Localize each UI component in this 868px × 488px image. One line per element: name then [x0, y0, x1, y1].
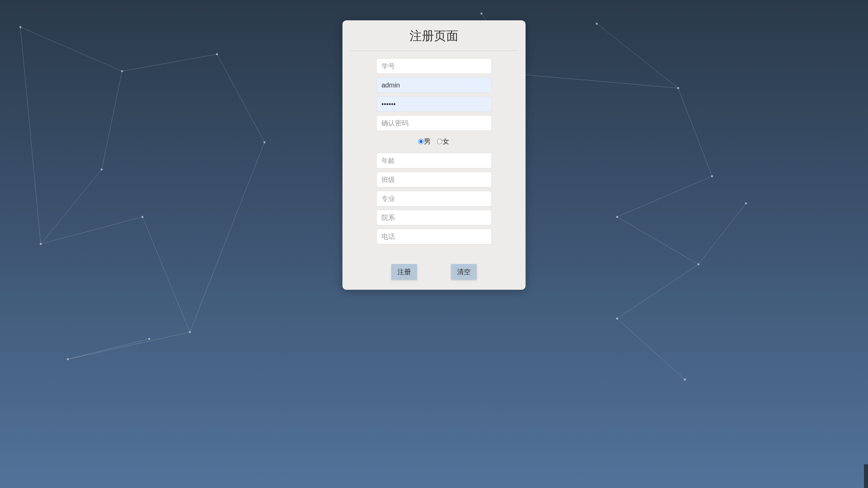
gender-male-radio[interactable]: [418, 139, 424, 144]
svg-point-11: [19, 26, 21, 28]
svg-line-6: [68, 339, 149, 359]
divider: [351, 50, 517, 51]
svg-point-32: [711, 175, 713, 177]
department-input[interactable]: [376, 210, 492, 225]
svg-line-22: [678, 88, 712, 176]
svg-line-21: [597, 24, 678, 88]
svg-line-3: [41, 217, 142, 244]
svg-line-24: [617, 217, 698, 264]
svg-line-1: [102, 71, 122, 169]
register-button[interactable]: 注册: [391, 264, 417, 280]
svg-point-13: [101, 168, 103, 170]
svg-point-18: [148, 338, 150, 340]
svg-line-2: [41, 169, 102, 244]
svg-line-0: [20, 27, 122, 71]
gender-male-option[interactable]: 男: [419, 137, 431, 146]
clear-button[interactable]: 清空: [451, 264, 477, 280]
gender-female-label: 女: [442, 138, 449, 145]
svg-line-8: [217, 54, 264, 142]
svg-point-20: [263, 141, 265, 143]
fields: 男 女: [351, 58, 517, 244]
svg-line-25: [617, 264, 698, 319]
svg-point-14: [40, 243, 42, 245]
svg-point-33: [616, 216, 618, 218]
gender-radio-group: 男 女: [419, 134, 449, 149]
svg-point-19: [216, 53, 218, 55]
username-input[interactable]: [376, 77, 492, 93]
svg-line-4: [142, 217, 190, 332]
confirm-password-input[interactable]: [376, 115, 492, 131]
phone-input[interactable]: [376, 229, 492, 244]
gender-female-radio[interactable]: [437, 139, 442, 144]
age-input[interactable]: [376, 153, 492, 168]
svg-line-9: [190, 142, 264, 332]
button-row: 注册 清空: [351, 264, 517, 280]
scrollbar[interactable]: [864, 464, 868, 488]
svg-line-27: [522, 75, 678, 88]
svg-point-31: [677, 87, 679, 89]
svg-line-5: [68, 332, 190, 359]
svg-line-23: [617, 176, 712, 217]
svg-point-16: [189, 331, 191, 333]
svg-point-35: [616, 318, 618, 320]
svg-point-36: [684, 379, 686, 381]
svg-point-34: [697, 263, 699, 265]
svg-point-38: [480, 13, 482, 15]
gender-male-label: 男: [424, 138, 431, 145]
svg-line-7: [122, 54, 217, 71]
svg-point-15: [141, 216, 143, 218]
password-input[interactable]: [376, 96, 492, 112]
svg-point-30: [596, 23, 598, 25]
class-input[interactable]: [376, 172, 492, 187]
svg-line-29: [698, 203, 746, 264]
gender-female-option[interactable]: 女: [437, 137, 449, 146]
svg-line-26: [617, 319, 685, 380]
svg-point-12: [121, 70, 123, 72]
register-form-card: 注册页面 男 女 注册 清空: [342, 20, 526, 290]
page-title: 注册页面: [351, 28, 517, 44]
svg-line-10: [20, 27, 41, 244]
svg-point-39: [745, 202, 747, 204]
student-id-input[interactable]: [376, 58, 492, 74]
svg-point-17: [67, 358, 69, 360]
major-input[interactable]: [376, 191, 492, 206]
